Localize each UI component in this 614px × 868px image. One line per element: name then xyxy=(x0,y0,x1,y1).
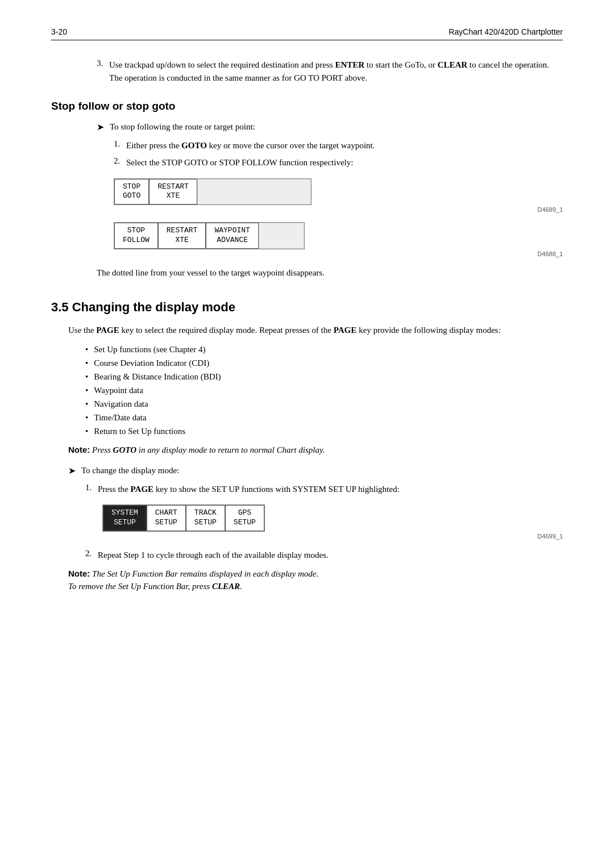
diagram3-row: SYSTEMSETUP CHARTSETUP TRACKSETUP GPSSET… xyxy=(103,505,264,531)
diagram3-container: SYSTEMSETUP CHARTSETUP TRACKSETUP GPSSET… xyxy=(102,504,265,532)
page-number: 3-20 xyxy=(51,27,67,36)
track-setup-cell: TRACKSETUP xyxy=(186,505,225,531)
arrow-icon: ➤ xyxy=(97,122,104,132)
diagram2-row: STOPFOLLOW RESTARTXTE WAYPOINTADVANCE xyxy=(114,223,304,249)
display-step-1-text: Press the PAGE key to show the SET UP fu… xyxy=(98,483,400,496)
stop-goto-cell: STOPGOTO xyxy=(114,179,149,205)
display-step-1: 1. Press the PAGE key to show the SET UP… xyxy=(85,483,563,496)
stop-section-content: ➤ To stop following the route or target … xyxy=(97,120,563,279)
gps-setup-cell: GPSSETUP xyxy=(225,505,264,531)
step-2-num: 2. xyxy=(114,156,126,166)
display-step-2-num: 2. xyxy=(85,549,98,558)
step-3-text: Use trackpad up/down to select the requi… xyxy=(109,59,549,84)
bullet-item-2: Course Deviation Indicator (CDI) xyxy=(85,356,563,370)
display-step-2-text: Repeat Step 1 to cycle through each of t… xyxy=(98,549,329,562)
stop-arrow-text: To stop following the route or target po… xyxy=(110,120,255,133)
display-steps: 1. Press the PAGE key to show the SET UP… xyxy=(85,483,563,496)
diagram1-id: D4689_1 xyxy=(114,206,563,213)
note2-label: Note: xyxy=(68,569,90,578)
stop-step-2-text: Select the STOP GOTO or STOP FOLLOW func… xyxy=(126,156,353,169)
arrow-icon-2: ➤ xyxy=(68,465,76,476)
diagram-setup-bar: SYSTEMSETUP CHARTSETUP TRACKSETUP GPSSET… xyxy=(102,504,563,540)
stop-arrow-point: ➤ To stop following the route or target … xyxy=(97,120,563,133)
display-intro-text: Use the PAGE key to select the required … xyxy=(68,324,563,337)
display-mode-heading: 3.5 Changing the display mode xyxy=(51,300,563,315)
stop-step-1-text: Either press the GOTO key or move the cu… xyxy=(126,139,375,152)
stop-steps: 1. Either press the GOTO key or move the… xyxy=(114,139,563,169)
display-step-1-num: 1. xyxy=(85,483,98,493)
waypoint-advance-cell: WAYPOINTADVANCE xyxy=(206,223,258,249)
bullet-item-5: Navigation data xyxy=(85,397,563,411)
note1: Note: Press GOTO in any display mode to … xyxy=(68,444,563,457)
page-header: 3-20 RayChart 420/420D Chartplotter xyxy=(51,27,563,40)
diagram1-row: STOPGOTO RESTARTXTE xyxy=(114,179,311,205)
diagram-stop-follow: STOPFOLLOW RESTARTXTE WAYPOINTADVANCE D4… xyxy=(114,222,563,257)
page: 3-20 RayChart 420/420D Chartplotter 3. U… xyxy=(0,0,614,868)
display-section-content: Use the PAGE key to select the required … xyxy=(68,324,563,593)
diagram-stop-goto: STOPGOTO RESTARTXTE D4689_1 xyxy=(114,178,563,214)
diagram3-id: D4699_1 xyxy=(102,533,563,540)
step-1-num: 1. xyxy=(114,139,126,149)
note2: Note: The Set Up Function Bar remains di… xyxy=(68,567,563,593)
intro-section: 3. Use trackpad up/down to select the re… xyxy=(97,59,563,84)
display-arrow-point: ➤ To change the display mode: xyxy=(68,464,563,477)
bullet-item-7: Return to Set Up functions xyxy=(85,424,563,438)
stop-step-2: 2. Select the STOP GOTO or STOP FOLLOW f… xyxy=(114,156,563,169)
book-title: RayChart 420/420D Chartplotter xyxy=(449,27,563,36)
stop-section-heading: Stop follow or stop goto xyxy=(51,100,563,112)
system-setup-cell: SYSTEMSETUP xyxy=(103,505,147,531)
bullet-item-4: Waypoint data xyxy=(85,383,563,397)
diagram2-container: STOPFOLLOW RESTARTXTE WAYPOINTADVANCE xyxy=(114,222,305,249)
bullet-item-1: Set Up functions (see Chapter 4) xyxy=(85,343,563,356)
dotted-line-note: The dotted line from your vessel to the … xyxy=(97,266,563,279)
note1-label: Note: xyxy=(68,445,90,454)
display-bullet-list: Set Up functions (see Chapter 4) Course … xyxy=(85,343,563,438)
restart-xte-cell: RESTARTXTE xyxy=(149,179,197,205)
display-steps-2: 2. Repeat Step 1 to cycle through each o… xyxy=(85,549,563,562)
bullet-item-6: Time/Date data xyxy=(85,411,563,424)
step-number: 3. xyxy=(97,59,109,68)
stop-follow-cell: STOPFOLLOW xyxy=(114,223,158,249)
intro-step-3: 3. Use trackpad up/down to select the re… xyxy=(97,59,563,84)
diagram2-id: D4688_1 xyxy=(114,251,563,257)
restart-xte-cell2: RESTARTXTE xyxy=(158,223,206,249)
chart-setup-cell: CHARTSETUP xyxy=(147,505,186,531)
display-arrow-text: To change the display mode: xyxy=(81,464,179,477)
bullet-item-3: Bearing & Distance Indication (BDI) xyxy=(85,370,563,383)
diagram1-container: STOPGOTO RESTARTXTE xyxy=(114,178,312,206)
stop-step-1: 1. Either press the GOTO key or move the… xyxy=(114,139,563,152)
display-step-2: 2. Repeat Step 1 to cycle through each o… xyxy=(85,549,563,562)
